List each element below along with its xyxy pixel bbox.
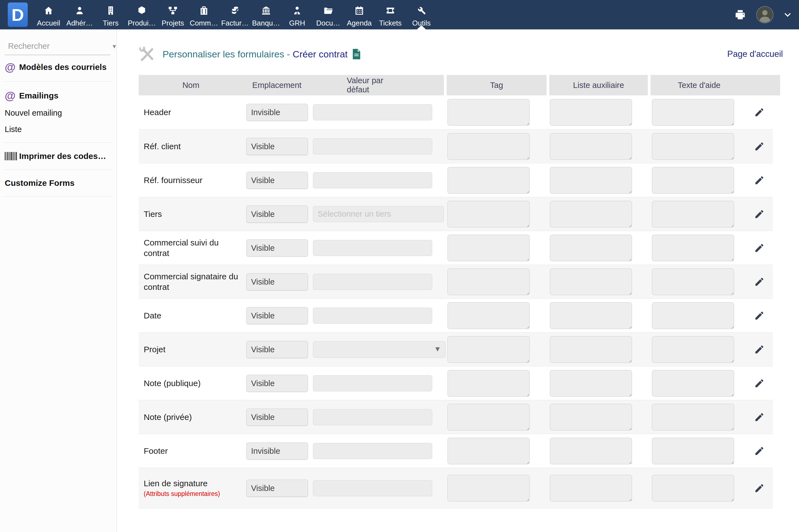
sidebar-item-emailings[interactable]: @Emailings bbox=[0, 87, 116, 105]
emplacement-select[interactable]: Invisible bbox=[246, 442, 308, 460]
texte-aide-textarea[interactable] bbox=[652, 475, 734, 501]
liste-auxiliaire-textarea[interactable] bbox=[550, 438, 632, 464]
default-value-select[interactable] bbox=[313, 341, 445, 358]
texte-aide-textarea[interactable] bbox=[652, 133, 734, 160]
emplacement-select[interactable]: Visible bbox=[246, 240, 308, 256]
emplacement-select[interactable]: Visible bbox=[246, 172, 308, 189]
texte-aide-textarea[interactable] bbox=[652, 404, 734, 431]
print-icon[interactable] bbox=[734, 8, 746, 21]
tag-textarea[interactable] bbox=[448, 201, 530, 227]
texte-aide-textarea[interactable] bbox=[652, 438, 734, 464]
emplacement-select[interactable]: Visible bbox=[246, 408, 308, 426]
emplacement-select[interactable]: Invisible bbox=[246, 104, 308, 121]
emplacement-select[interactable]: Visible bbox=[246, 206, 308, 223]
tag-textarea[interactable] bbox=[448, 235, 530, 261]
nav-item-accueil[interactable]: Accueil bbox=[33, 0, 64, 30]
sidebar-item-imprimer-des-codes[interactable]: Imprimer des codes… bbox=[0, 148, 116, 165]
default-value-input[interactable] bbox=[313, 308, 432, 324]
liste-auxiliaire-textarea[interactable] bbox=[550, 133, 632, 160]
texte-aide-textarea[interactable] bbox=[652, 235, 734, 261]
sidebar-item-customize-forms[interactable]: Customize Forms bbox=[0, 175, 116, 191]
liste-auxiliaire-textarea[interactable] bbox=[550, 268, 632, 295]
emplacement-select[interactable]: Visible bbox=[246, 307, 308, 324]
tag-textarea[interactable] bbox=[448, 438, 530, 464]
default-value-input[interactable] bbox=[313, 138, 432, 154]
tag-textarea[interactable] bbox=[448, 99, 530, 126]
edit-row-button[interactable] bbox=[753, 174, 766, 187]
liste-auxiliaire-textarea[interactable] bbox=[550, 336, 632, 363]
default-value-input[interactable] bbox=[313, 206, 444, 222]
liste-auxiliaire-textarea[interactable] bbox=[550, 404, 632, 431]
nav-item-outils[interactable]: Outils bbox=[406, 0, 437, 30]
emplacement-select[interactable]: Visible bbox=[246, 341, 308, 358]
nav-item-comm[interactable]: Comm… bbox=[188, 0, 220, 30]
nav-item-factur[interactable]: Factur… bbox=[220, 0, 250, 30]
texte-aide-textarea[interactable] bbox=[652, 99, 734, 126]
nav-item-produi[interactable]: Produi… bbox=[126, 0, 157, 30]
nav-item-projets[interactable]: Projets bbox=[157, 0, 188, 30]
default-value-input[interactable] bbox=[313, 409, 432, 425]
default-value-cell bbox=[313, 480, 448, 496]
emplacement-select[interactable]: Visible bbox=[246, 479, 308, 497]
dolibarr-logo[interactable]: D bbox=[8, 2, 28, 27]
tag-textarea[interactable] bbox=[448, 370, 530, 397]
tag-textarea[interactable] bbox=[448, 336, 530, 363]
edit-row-button[interactable] bbox=[753, 242, 766, 254]
edit-row-button[interactable] bbox=[753, 208, 766, 221]
nav-item-grh[interactable]: GRH bbox=[282, 0, 313, 30]
liste-auxiliaire-textarea[interactable] bbox=[550, 99, 632, 126]
emplacement-select[interactable]: Visible bbox=[246, 375, 308, 392]
edit-row-button[interactable] bbox=[753, 309, 766, 322]
search-dropdown-caret-icon[interactable]: ▾ bbox=[113, 42, 116, 50]
tag-textarea[interactable] bbox=[448, 404, 530, 431]
texte-aide-textarea[interactable] bbox=[652, 370, 734, 397]
tag-textarea[interactable] bbox=[448, 268, 530, 295]
default-value-input[interactable] bbox=[313, 480, 432, 496]
nav-item-tickets[interactable]: Tickets bbox=[375, 0, 406, 30]
texte-aide-textarea[interactable] bbox=[652, 268, 734, 295]
emplacement-select[interactable]: Visible bbox=[246, 138, 308, 155]
edit-row-button[interactable] bbox=[753, 276, 766, 288]
edit-row-button[interactable] bbox=[753, 482, 766, 495]
home-page-link[interactable]: Page d'accueil bbox=[727, 49, 783, 59]
edit-row-button[interactable] bbox=[753, 411, 766, 423]
edit-row-button[interactable] bbox=[753, 444, 766, 457]
sidebar-item-mod-les-des-courriels[interactable]: @Modèles des courriels bbox=[0, 58, 116, 76]
tag-textarea[interactable] bbox=[448, 167, 530, 194]
edit-row-button[interactable] bbox=[753, 343, 766, 356]
sidebar-item-liste[interactable]: Liste bbox=[0, 121, 116, 137]
document-icon[interactable] bbox=[352, 49, 361, 60]
tag-textarea[interactable] bbox=[448, 133, 530, 160]
nav-item-agenda[interactable]: Agenda bbox=[344, 0, 375, 30]
edit-row-button[interactable] bbox=[753, 140, 766, 153]
liste-auxiliaire-textarea[interactable] bbox=[550, 302, 632, 329]
texte-aide-textarea[interactable] bbox=[652, 201, 734, 227]
default-value-input[interactable] bbox=[313, 274, 432, 290]
default-value-input[interactable] bbox=[313, 443, 432, 459]
liste-auxiliaire-textarea[interactable] bbox=[550, 235, 632, 261]
user-avatar[interactable] bbox=[756, 6, 774, 23]
texte-aide-textarea[interactable] bbox=[652, 336, 734, 363]
nav-item-docu[interactable]: Docu… bbox=[313, 0, 344, 30]
default-value-input[interactable] bbox=[313, 104, 432, 120]
sidebar-item-nouvel-emailing[interactable]: Nouvel emailing bbox=[0, 105, 116, 121]
tag-textarea[interactable] bbox=[448, 475, 530, 501]
texte-aide-textarea[interactable] bbox=[652, 302, 734, 329]
edit-row-button[interactable] bbox=[753, 106, 766, 119]
nav-item-adh-r[interactable]: Adhér… bbox=[64, 0, 95, 30]
liste-auxiliaire-textarea[interactable] bbox=[550, 167, 632, 194]
nav-item-tiers[interactable]: Tiers bbox=[95, 0, 126, 30]
default-value-input[interactable] bbox=[313, 172, 432, 188]
emplacement-select[interactable]: Visible bbox=[246, 273, 308, 290]
tag-textarea[interactable] bbox=[448, 302, 530, 329]
search-input[interactable] bbox=[8, 42, 113, 51]
liste-auxiliaire-textarea[interactable] bbox=[550, 370, 632, 397]
liste-auxiliaire-textarea[interactable] bbox=[550, 475, 632, 501]
default-value-input[interactable] bbox=[313, 375, 432, 392]
default-value-input[interactable] bbox=[313, 240, 432, 256]
liste-auxiliaire-textarea[interactable] bbox=[550, 201, 632, 227]
texte-aide-textarea[interactable] bbox=[652, 167, 734, 194]
edit-row-button[interactable] bbox=[753, 377, 766, 390]
chevron-down-icon[interactable] bbox=[783, 11, 792, 19]
nav-item-banqu[interactable]: Banqu… bbox=[250, 0, 282, 30]
